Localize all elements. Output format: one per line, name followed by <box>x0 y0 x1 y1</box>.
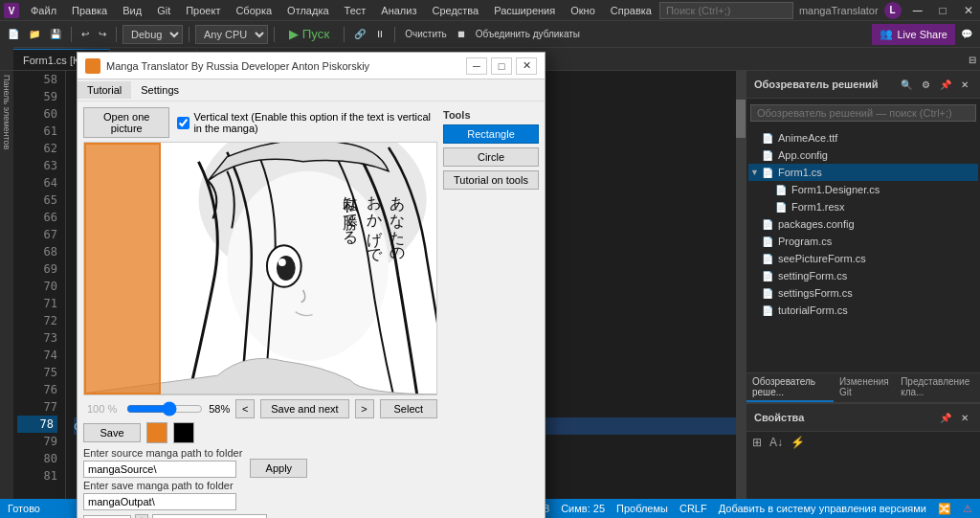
save-next-btn[interactable]: Save and next <box>260 399 348 418</box>
source-path-input[interactable] <box>83 461 236 478</box>
tree-item-appconfig[interactable]: 📄 App.config <box>748 146 978 164</box>
split-editor-btn[interactable]: ⊟ <box>965 49 980 70</box>
error-icon: ⚠ <box>963 503 972 515</box>
font-size-up-btn[interactable]: ▲ <box>135 514 148 518</box>
color-picker-orange[interactable] <box>146 422 167 443</box>
properties-title: Свойства <box>754 412 804 423</box>
tree-item-tutorialform[interactable]: 📄 tutorialForm.cs <box>748 302 978 319</box>
dialog-restore-btn[interactable]: □ <box>491 57 512 75</box>
prop-pin-btn[interactable]: 📌 <box>936 407 955 428</box>
menu-test[interactable]: Тест <box>337 3 374 18</box>
se-settings-btn[interactable]: ⚙ <box>918 74 934 95</box>
status-vcs[interactable]: Добавить в систему управления версиями <box>719 503 926 514</box>
new-file-btn[interactable]: 📄 <box>4 24 23 45</box>
attach-btn[interactable]: 🔗 <box>350 24 369 45</box>
next-btn[interactable]: > <box>355 399 374 418</box>
window-restore-btn[interactable]: □ <box>934 0 952 21</box>
properties-panel: Свойства 📌 ✕ ⊞ A↓ ⚡ <box>746 403 980 499</box>
tree-item-seepicture[interactable]: 📄 seePictureForm.cs <box>748 250 978 267</box>
window-minimize-btn[interactable]: ─ <box>907 0 928 21</box>
font-row: ▲ ▼ Font Style (Regular) <box>83 514 437 518</box>
svg-text:おかげで: おかげで <box>366 186 383 261</box>
panel-tab-solution[interactable]: Обозреватель реше... <box>746 373 834 402</box>
tree-item-label: AnimeAce.ttf <box>778 132 837 144</box>
prop-events-btn[interactable]: ⚡ <box>788 435 808 450</box>
menu-tools[interactable]: Средства <box>424 3 486 18</box>
stop-btn[interactable]: ⏹ <box>453 24 470 45</box>
menu-view[interactable]: Вид <box>115 3 149 18</box>
open-file-btn[interactable]: 📁 <box>25 24 44 45</box>
panel-tab-class[interactable]: Представление кла... <box>895 373 980 402</box>
menu-build[interactable]: Сборка <box>228 3 279 18</box>
tree-item-label: App.config <box>778 149 828 161</box>
line-numbers-panel: 5859606162 6364656667 6869707172 7374757… <box>13 71 66 499</box>
tree-item-settingform[interactable]: 📄 settingForm.cs <box>748 267 978 284</box>
file-icon: 📄 <box>775 185 789 195</box>
tree-item-program[interactable]: 📄 Program.cs <box>748 233 978 250</box>
menu-git[interactable]: Git <box>149 3 178 18</box>
dialog-minimize-btn[interactable]: ─ <box>466 57 487 75</box>
dialog-menu-settings[interactable]: Settings <box>131 81 189 99</box>
prev-btn[interactable]: < <box>235 399 255 418</box>
debug-config-select[interactable]: Debug <box>122 25 183 44</box>
menu-debug[interactable]: Отладка <box>279 3 336 18</box>
color-picker-black[interactable] <box>173 422 194 443</box>
status-line-ending: CRLF <box>679 503 707 514</box>
tree-item-form1designer[interactable]: 📄 Form1.Designer.cs <box>748 181 978 198</box>
save-btn-dialog[interactable]: Save <box>83 423 141 442</box>
pause-btn[interactable]: ⏸ <box>371 24 389 45</box>
open-picture-btn[interactable]: Open one picture <box>83 107 169 138</box>
zoom-slider[interactable] <box>126 401 203 417</box>
tree-item-label: Form1.Designer.cs <box>791 184 880 195</box>
tree-item-label: settingForm.cs <box>778 270 847 282</box>
prop-category-btn[interactable]: ⊞ <box>749 435 765 450</box>
select-btn[interactable]: Select <box>380 399 437 418</box>
save-row: Save <box>83 422 437 443</box>
font-style-select[interactable]: Font Style (Regular) <box>152 514 267 518</box>
menu-edit[interactable]: Правка <box>64 3 115 18</box>
live-share-btn[interactable]: 👥 Live Share <box>872 24 955 45</box>
menu-project[interactable]: Проект <box>178 3 228 18</box>
save-btn[interactable]: 💾 <box>46 24 65 45</box>
menu-extensions[interactable]: Расширения <box>486 3 563 18</box>
menu-help[interactable]: Справка <box>603 3 659 18</box>
dialog-menu-tutorial[interactable]: Tutorial <box>78 81 131 99</box>
tree-item-form1[interactable]: ▼ 📄 Form1.cs <box>748 164 978 181</box>
panel-tab-git[interactable]: Изменения Git <box>834 373 895 402</box>
cpu-select[interactable]: Any CPU <box>195 25 268 44</box>
undo-btn[interactable]: ↩ <box>78 24 93 45</box>
prop-alpha-btn[interactable]: A↓ <box>767 435 786 450</box>
se-search-btn[interactable]: 🔍 <box>897 74 916 95</box>
tree-arrow: ▼ <box>750 168 762 177</box>
manga-image-container[interactable]: あなたの おかげで 私は勝てる <box>83 142 437 395</box>
tree-item-form1resx[interactable]: 📄 Form1.resx <box>748 198 978 215</box>
menu-analyze[interactable]: Анализ <box>373 3 424 18</box>
se-pin-btn[interactable]: 📌 <box>936 74 955 95</box>
tree-item-settingsform[interactable]: 📄 settingsForm.cs <box>748 284 978 302</box>
save-path-input[interactable] <box>83 493 236 510</box>
tree-item-packages[interactable]: 📄 packages.config <box>748 215 978 233</box>
se-close-btn[interactable]: ✕ <box>957 74 972 95</box>
tool-circle-btn[interactable]: Circle <box>443 147 539 167</box>
window-close-btn[interactable]: ✕ <box>958 0 979 21</box>
merge-btn[interactable]: Объединить дубликаты <box>472 24 584 45</box>
editor-vscroll-thumb[interactable] <box>736 100 746 138</box>
solution-explorer-search[interactable] <box>750 104 976 122</box>
menu-window[interactable]: Окно <box>563 3 603 18</box>
clean-btn[interactable]: Очистить <box>401 24 451 45</box>
redo-btn[interactable]: ↪ <box>95 24 110 45</box>
menu-file[interactable]: Файл <box>23 3 64 18</box>
apply-btn[interactable]: Apply <box>250 459 307 478</box>
vertical-text-checkbox[interactable] <box>177 117 189 129</box>
run-btn[interactable]: ▶ Пуск <box>280 24 338 44</box>
file-icon: 📄 <box>762 150 775 161</box>
tool-tutorial-btn[interactable]: Tutorial on tools <box>443 170 539 190</box>
feedback-btn[interactable]: 💬 <box>957 24 976 45</box>
tool-rectangle-btn[interactable]: Rectangle <box>443 124 539 144</box>
global-search-input[interactable] <box>659 2 793 19</box>
save-path-label: Enter save manga path to folder <box>83 480 242 491</box>
editor-vscroll[interactable] <box>736 71 746 499</box>
prop-close-btn[interactable]: ✕ <box>957 407 972 428</box>
tree-item-animeace[interactable]: 📄 AnimeAce.ttf <box>748 129 978 146</box>
dialog-close-btn[interactable]: ✕ <box>516 57 537 75</box>
